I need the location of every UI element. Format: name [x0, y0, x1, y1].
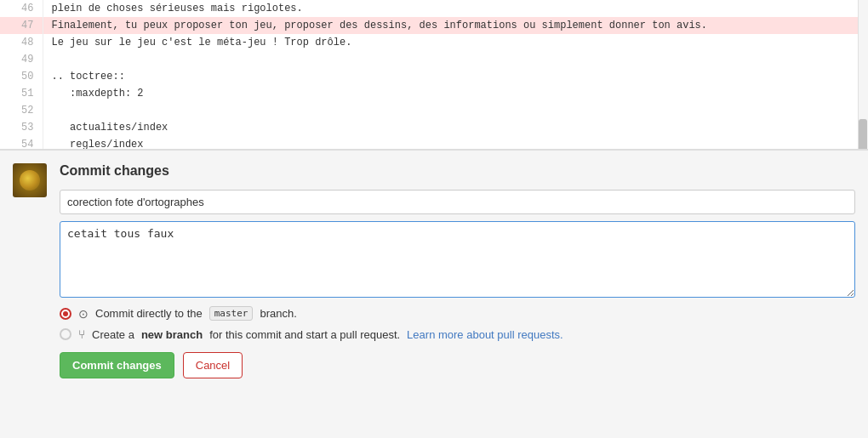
commit-form: Commit changes cetait tous faux ⊙ Commit…	[60, 163, 855, 425]
branch-option-direct[interactable]: ⊙ Commit directly to the master branch.	[60, 306, 855, 321]
branch-name-tag: master	[209, 306, 254, 321]
branch-option2-bold: new branch	[141, 328, 203, 341]
line-number: 54	[0, 136, 43, 149]
scrollbar-thumb[interactable]	[859, 119, 867, 149]
action-buttons: Commit changes Cancel	[60, 352, 855, 378]
commit-button[interactable]: Commit changes	[60, 352, 174, 378]
code-line: 47Finalement, tu peux proposer ton jeu, …	[0, 17, 868, 34]
line-number: 51	[0, 85, 43, 102]
page-wrapper: 46plein de choses sérieuses mais rigolot…	[0, 0, 868, 438]
cancel-button[interactable]: Cancel	[183, 352, 243, 378]
line-content: regles/index	[43, 136, 868, 149]
branch-option1-text2: branch.	[260, 307, 296, 320]
line-content: plein de choses sérieuses mais rigolotes…	[43, 0, 868, 17]
code-line: 46plein de choses sérieuses mais rigolot…	[0, 0, 868, 17]
branch-option2-text1: Create a	[92, 328, 134, 341]
line-number: 50	[0, 68, 43, 85]
line-number: 53	[0, 119, 43, 136]
radio-pr[interactable]	[60, 328, 71, 340]
code-line: 48Le jeu sur le jeu c'est le méta-jeu ! …	[0, 34, 868, 51]
code-table: 46plein de choses sérieuses mais rigolot…	[0, 0, 868, 149]
avatar	[13, 163, 47, 197]
line-number: 48	[0, 34, 43, 51]
branch-option-pr[interactable]: ⑂ Create a new branch for this commit an…	[60, 327, 855, 341]
commit-icon: ⊙	[78, 307, 89, 321]
commit-description-textarea[interactable]: cetait tous faux	[60, 221, 855, 298]
line-number: 47	[0, 17, 43, 34]
fork-icon: ⑂	[78, 327, 85, 341]
code-line: 51 :maxdepth: 2	[0, 85, 868, 102]
code-editor: 46plein de choses sérieuses mais rigolot…	[0, 0, 868, 150]
branch-option2-text2: for this commit and start a pull request…	[209, 328, 400, 341]
code-line: 50.. toctree::	[0, 68, 868, 85]
line-content	[43, 102, 868, 119]
code-line: 52	[0, 102, 868, 119]
pull-request-link[interactable]: Learn more about pull requests.	[407, 328, 563, 341]
line-number: 52	[0, 102, 43, 119]
code-line: 53 actualites/index	[0, 119, 868, 136]
commit-title: Commit changes	[60, 163, 855, 179]
line-content: :maxdepth: 2	[43, 85, 868, 102]
line-number: 49	[0, 51, 43, 68]
branch-option1-text1: Commit directly to the	[95, 307, 203, 320]
scrollbar-track[interactable]	[858, 0, 868, 149]
line-content: .. toctree::	[43, 68, 868, 85]
code-line: 54 regles/index	[0, 136, 868, 149]
branch-options: ⊙ Commit directly to the master branch. …	[60, 306, 855, 341]
code-container: 46plein de choses sérieuses mais rigolot…	[0, 0, 868, 149]
line-content: Le jeu sur le jeu c'est le méta-jeu ! Tr…	[43, 34, 868, 51]
radio-direct[interactable]	[60, 308, 71, 320]
avatar-col	[13, 163, 47, 425]
code-line: 49	[0, 51, 868, 68]
line-content	[43, 51, 868, 68]
commit-section: Commit changes cetait tous faux ⊙ Commit…	[0, 150, 868, 438]
line-content: Finalement, tu peux proposer ton jeu, pr…	[43, 17, 868, 34]
commit-summary-input[interactable]	[60, 190, 855, 214]
line-content: actualites/index	[43, 119, 868, 136]
line-number: 46	[0, 0, 43, 17]
